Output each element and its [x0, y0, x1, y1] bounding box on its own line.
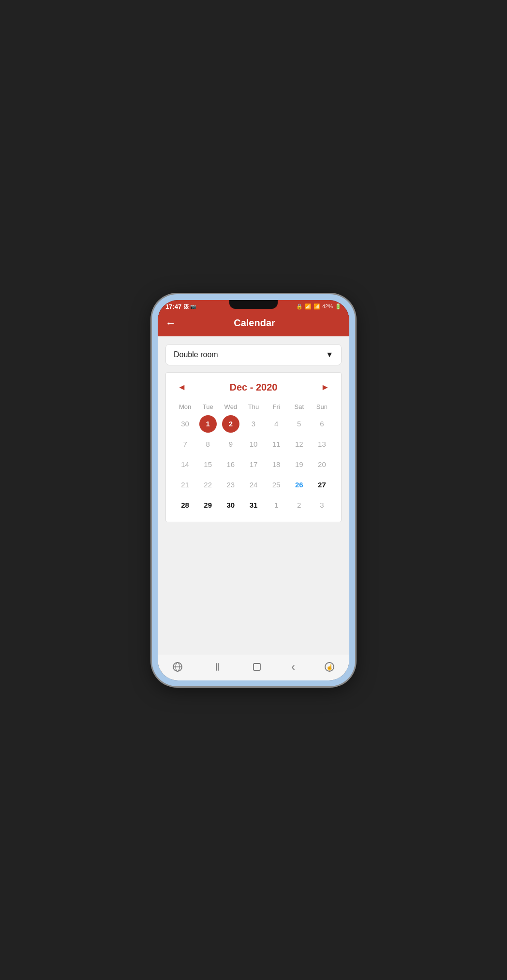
calendar-container: ◄ Dec - 2020 ► Mon Tue Wed Thu Fri Sat S…	[165, 372, 342, 522]
bottom-nav: ‹ ☝	[158, 655, 349, 680]
calendar-day[interactable]: 4	[268, 415, 285, 433]
weekday-wed: Wed	[219, 401, 242, 412]
calendar-day[interactable]: 18	[268, 456, 285, 473]
calendar-grid: 3012345678910111213141516171819202122232…	[174, 415, 333, 514]
prev-month-button[interactable]: ◄	[174, 380, 190, 394]
weekday-sat: Sat	[288, 401, 311, 412]
calendar-day[interactable]: 1	[268, 497, 285, 514]
calendar-day[interactable]: 28	[177, 497, 194, 514]
calendar-header: ◄ Dec - 2020 ►	[174, 380, 333, 394]
calendar-day[interactable]: 1	[199, 415, 217, 433]
room-selector-dropdown[interactable]: Double room ▼	[165, 344, 342, 365]
app-header: ← Calendar	[158, 312, 349, 336]
nav-bars-button[interactable]	[212, 662, 223, 672]
calendar-day[interactable]: 22	[199, 476, 217, 494]
calendar-day[interactable]: 3	[245, 415, 262, 433]
room-selector-value: Double room	[174, 350, 218, 359]
dropdown-arrow-icon: ▼	[326, 350, 333, 359]
calendar-day[interactable]: 25	[268, 476, 285, 494]
page-title: Calendar	[182, 317, 327, 329]
calendar-day[interactable]: 14	[177, 456, 194, 473]
weekday-sun: Sun	[311, 401, 333, 412]
calendar-day[interactable]: 13	[313, 436, 330, 453]
status-lock-icon: 🔒	[296, 303, 303, 310]
calendar-day[interactable]: 21	[177, 476, 194, 494]
calendar-day[interactable]: 3	[313, 497, 330, 514]
weekday-mon: Mon	[174, 401, 196, 412]
calendar-day[interactable]: 31	[245, 497, 262, 514]
calendar-day[interactable]: 16	[222, 456, 239, 473]
calendar-day[interactable]: 30	[222, 497, 239, 514]
calendar-day[interactable]: 26	[290, 476, 308, 494]
calendar-day[interactable]: 2	[222, 415, 239, 433]
svg-rect-5	[254, 663, 260, 670]
calendar-day[interactable]: 5	[290, 415, 308, 433]
back-button[interactable]: ←	[165, 317, 176, 330]
calendar-day[interactable]: 9	[222, 436, 239, 453]
next-month-button[interactable]: ►	[317, 380, 333, 394]
calendar-day[interactable]: 24	[245, 476, 262, 494]
calendar-day[interactable]: 30	[177, 415, 194, 433]
calendar-day[interactable]: 27	[313, 476, 330, 494]
status-battery: 42%	[322, 303, 333, 309]
calendar-day[interactable]: 2	[290, 497, 308, 514]
calendar-day[interactable]: 29	[199, 497, 217, 514]
calendar-day[interactable]: 23	[222, 476, 239, 494]
status-battery-icon: 🔋	[335, 303, 342, 310]
nav-action-button[interactable]: ☝	[324, 662, 335, 672]
app-content: Double room ▼ ◄ Dec - 2020 ► Mon Tue	[158, 336, 349, 655]
status-signal-icon: 📶	[313, 303, 320, 310]
calendar-day[interactable]: 12	[290, 436, 308, 453]
weekday-tue: Tue	[196, 401, 219, 412]
calendar-day[interactable]: 10	[245, 436, 262, 453]
nav-globe-button[interactable]	[172, 662, 183, 672]
calendar-day[interactable]: 19	[290, 456, 308, 473]
calendar-day[interactable]: 20	[313, 456, 330, 473]
svg-rect-4	[218, 663, 219, 671]
status-icons: 🖼 📷	[184, 304, 196, 309]
weekday-fri: Fri	[265, 401, 288, 412]
calendar-day[interactable]: 15	[199, 456, 217, 473]
calendar-day[interactable]: 6	[313, 415, 330, 433]
nav-home-button[interactable]	[252, 662, 262, 672]
calendar-weekdays: Mon Tue Wed Thu Fri Sat Sun	[174, 401, 333, 412]
calendar-day[interactable]: 17	[245, 456, 262, 473]
calendar-day[interactable]: 7	[177, 436, 194, 453]
status-wifi-icon: 📶	[305, 303, 312, 310]
svg-rect-3	[216, 663, 217, 671]
status-time: 17:47	[165, 303, 181, 310]
calendar-month-year: Dec - 2020	[230, 382, 278, 393]
calendar-day[interactable]: 8	[199, 436, 217, 453]
calendar-day[interactable]: 11	[268, 436, 285, 453]
svg-text:☝: ☝	[326, 663, 333, 671]
nav-back-button[interactable]: ‹	[291, 660, 295, 674]
weekday-thu: Thu	[242, 401, 265, 412]
